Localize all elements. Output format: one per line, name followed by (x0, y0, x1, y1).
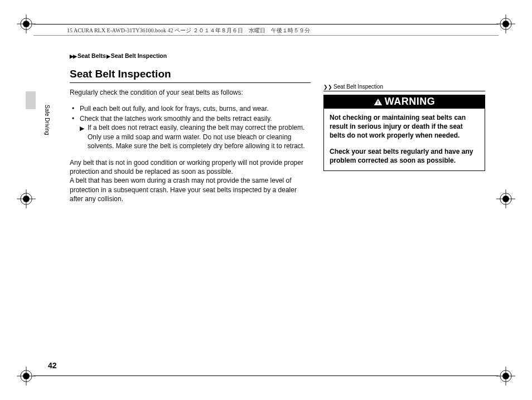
bullet-item: Pull each belt out fully, and look for f… (76, 104, 311, 113)
svg-point-5 (502, 21, 509, 27)
breadcrumb-separator-icon: ▶ (107, 53, 110, 59)
registration-mark-icon (496, 367, 515, 386)
svg-point-16 (21, 370, 32, 382)
registration-mark-icon (496, 189, 515, 208)
document-header: 15 ACURA RLX E-AWD-31TY36100.book 42 ページ… (67, 27, 487, 35)
warning-header: ! WARNING (324, 95, 485, 109)
sidebar: ❯❯Seat Belt Inspection ! WARNING Not che… (323, 84, 485, 171)
section-tab-marker (26, 91, 36, 109)
registration-mark-icon (17, 367, 36, 386)
svg-point-4 (500, 18, 511, 30)
warning-paragraph-2: Check your seat belts regularly and have… (330, 147, 479, 165)
svg-point-13 (502, 196, 509, 202)
sidebar-reference: ❯❯Seat Belt Inspection (323, 84, 485, 91)
header-rule (33, 35, 499, 36)
bullet-text: Check that the latches work smoothly and… (80, 115, 272, 123)
registration-mark-icon (496, 14, 515, 33)
registration-mark-icon (17, 189, 36, 208)
section-tab-label: Safe Driving (44, 105, 50, 135)
registration-mark-icon (17, 14, 36, 33)
breadcrumb-level1: Seat Belts (78, 52, 106, 59)
main-content: Seat Belt Inspection Regularly check the… (70, 68, 311, 203)
warning-body: Not checking or maintaining seat belts c… (324, 109, 485, 170)
body-paragraph: Any belt that is not in good condition o… (70, 158, 311, 203)
bullet-item: Check that the latches work smoothly and… (76, 114, 311, 150)
crop-line (33, 24, 499, 25)
sub-bullet: ▶ If a belt does not retract easily, cle… (80, 123, 311, 150)
intro-text: Regularly check the condition of your se… (70, 89, 311, 96)
breadcrumb-level2: Seat Belt Inspection (111, 52, 167, 59)
warning-box: ! WARNING Not checking or maintaining se… (323, 95, 485, 171)
svg-point-9 (23, 196, 30, 202)
page-title: Seat Belt Inspection (70, 68, 311, 83)
svg-point-20 (500, 370, 511, 382)
svg-point-21 (502, 373, 509, 379)
warning-triangle-icon: ! (374, 98, 383, 106)
svg-point-17 (23, 373, 30, 379)
sub-bullet-text: If a belt does not retract easily, clean… (88, 124, 305, 149)
reference-marker-icon: ❯❯ (323, 84, 332, 90)
breadcrumb: ▶▶Seat Belts▶Seat Belt Inspection (70, 52, 167, 59)
svg-point-12 (500, 193, 511, 204)
triangle-bullet-icon: ▶ (80, 124, 84, 133)
svg-text:!: ! (377, 100, 379, 105)
warning-label: WARNING (385, 96, 436, 108)
warning-paragraph-1: Not checking or maintaining seat belts c… (330, 113, 479, 140)
page-number: 42 (48, 361, 57, 370)
crop-line (33, 375, 499, 376)
svg-point-0 (21, 18, 32, 30)
sidebar-reference-text: Seat Belt Inspection (333, 84, 383, 90)
svg-point-8 (21, 193, 32, 204)
svg-point-1 (23, 21, 30, 27)
breadcrumb-arrow-icon: ▶▶ (70, 53, 76, 59)
